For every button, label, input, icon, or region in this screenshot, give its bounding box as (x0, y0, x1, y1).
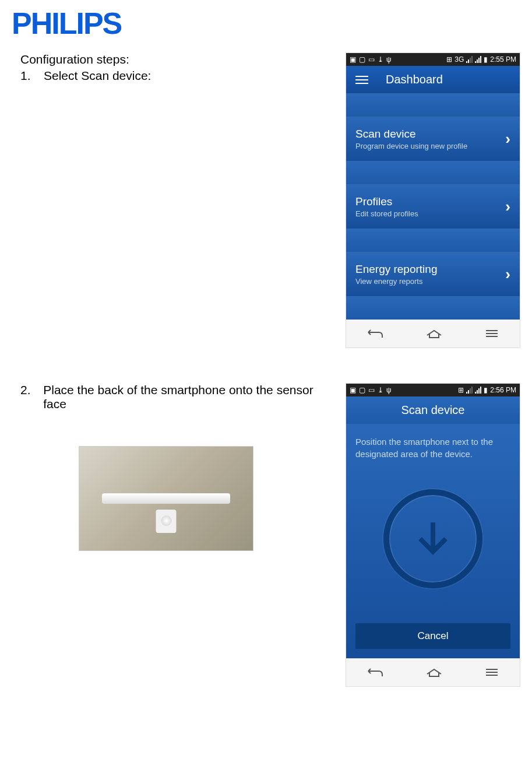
nfc-icon: ▣ (350, 386, 356, 394)
android-nav-bar (346, 320, 520, 348)
recent-icon[interactable] (485, 667, 499, 678)
step-2-text: Place the back of the smartphone onto th… (43, 383, 334, 411)
notification-icon: ▢ (359, 386, 365, 394)
step-1-text: Select Scan device: (44, 69, 151, 83)
signal-1-icon (466, 387, 473, 394)
menu-icon[interactable] (355, 76, 368, 84)
sensor-in-photo (156, 510, 177, 533)
back-icon[interactable] (367, 328, 383, 339)
usb-icon: ψ (386, 55, 392, 64)
profiles-item[interactable]: Profiles Edit stored profiles › (346, 184, 520, 229)
status-time: 2:56 PM (490, 386, 516, 394)
spacer (346, 161, 520, 184)
scan-header: Scan device (346, 396, 520, 424)
energy-title: Energy reporting (355, 263, 437, 276)
image-icon: ▭ (368, 386, 375, 394)
spacer (346, 296, 520, 320)
recent-icon[interactable] (485, 328, 499, 339)
scan-instruction: Position the smartphone next to the desi… (355, 436, 510, 460)
spacer (346, 229, 520, 252)
scan-device-screenshot: ▣ ▢ ▭ ⤓ ψ ⊞ ▮ 2:56 PM Scan device Positi… (346, 383, 520, 687)
battery-icon: ▮ (484, 386, 488, 394)
spacer (346, 93, 520, 117)
network-icon: ⊞ (446, 55, 452, 64)
usb-icon: ψ (386, 386, 392, 394)
scan-device-item[interactable]: Scan device Program device using new pro… (346, 117, 520, 161)
step-2: 2. Place the back of the smartphone onto… (20, 383, 334, 411)
battery-icon: ▮ (484, 55, 488, 64)
scan-device-sub: Program device using new profile (355, 142, 467, 150)
scan-body: Position the smartphone next to the desi… (346, 424, 520, 658)
cancel-button[interactable]: Cancel (355, 623, 510, 649)
android-status-bar: ▣ ▢ ▭ ⤓ ψ ⊞ 3G ▮ 2:55 PM (346, 53, 520, 66)
sensor-photo (79, 446, 253, 551)
profiles-title: Profiles (355, 195, 418, 208)
config-heading: Configuration steps: (20, 52, 334, 66)
philips-logo: PHILIPS (12, 6, 520, 41)
home-icon[interactable] (426, 328, 442, 339)
home-icon[interactable] (426, 667, 442, 678)
3g-label: 3G (455, 55, 464, 64)
notification-icon: ▢ (359, 55, 365, 64)
signal-1-icon (466, 56, 473, 63)
signal-2-icon (475, 56, 481, 63)
step-1: 1. Select Scan device: (20, 69, 334, 83)
back-icon[interactable] (367, 667, 383, 678)
scan-header-title: Scan device (401, 403, 465, 416)
network-icon: ⊞ (458, 386, 464, 394)
download-arrow-icon (383, 489, 482, 588)
header-title: Dashboard (386, 73, 443, 86)
profiles-sub: Edit stored profiles (355, 209, 418, 218)
app-header: Dashboard (346, 66, 520, 93)
android-nav-bar (346, 658, 520, 686)
energy-sub: View energy reports (355, 277, 437, 286)
download-icon: ⤓ (378, 386, 383, 394)
chevron-right-icon: › (505, 198, 510, 216)
dashboard-screenshot: ▣ ▢ ▭ ⤓ ψ ⊞ 3G ▮ 2:55 PM Dashboard Scan … (346, 52, 520, 348)
step-2-number: 2. (20, 383, 43, 411)
scan-device-title: Scan device (355, 128, 467, 141)
chevron-right-icon: › (505, 130, 510, 148)
chevron-right-icon: › (505, 265, 510, 283)
status-time: 2:55 PM (490, 55, 516, 64)
nfc-icon: ▣ (350, 55, 356, 64)
android-status-bar: ▣ ▢ ▭ ⤓ ψ ⊞ ▮ 2:56 PM (346, 384, 520, 396)
energy-reporting-item[interactable]: Energy reporting View energy reports › (346, 252, 520, 296)
image-icon: ▭ (368, 55, 375, 64)
signal-2-icon (475, 387, 481, 394)
phone-in-photo (102, 493, 230, 504)
download-icon: ⤓ (378, 55, 383, 64)
step-1-number: 1. (20, 69, 44, 83)
